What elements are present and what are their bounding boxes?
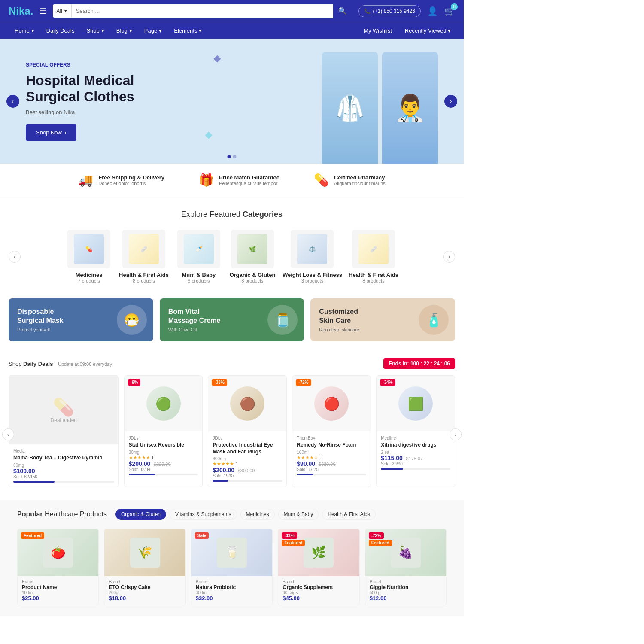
category-card-weight-loss[interactable]: ⚖️ Weight Loss & Fitness 3 products	[283, 230, 342, 283]
promo-text-1: DisposableSurgical Mask Protect yourself	[9, 301, 72, 339]
categories-row: ‹ 💊 Medicines 7 products 🩹 Health & Firs…	[9, 230, 455, 283]
hero-dots	[228, 155, 237, 158]
categories-section: Explore Featured Categories ‹ 💊 Medicine…	[0, 197, 464, 296]
daily-deals-header: Shop Daily Deals Update at 09:00 everyda…	[0, 352, 464, 373]
nav-item-blog[interactable]: Blog ▾	[110, 22, 138, 39]
hero-person-icon: 🥼	[322, 52, 378, 164]
tab-vitamins[interactable]: Vitamins & Supplements	[170, 509, 237, 520]
deals-prev-button[interactable]: ‹	[2, 428, 14, 440]
nav-left: Home ▾ Daily Deals Shop ▾ Blog ▾ Page ▾ …	[9, 22, 208, 39]
nav-item-daily-deals[interactable]: Daily Deals	[40, 22, 81, 39]
promo-text-3: CustomizedSkin Care Ren clean skincare	[310, 301, 368, 339]
account-icon[interactable]: 👤	[427, 6, 438, 16]
nav-item-page[interactable]: Page ▾	[138, 22, 168, 39]
hero-next-button[interactable]: ›	[444, 95, 457, 108]
promo-banner-skin-care[interactable]: CustomizedSkin Care Ren clean skincare 🧴	[310, 298, 455, 341]
deals-products-row: ‹ 💊 Deal ended Mecia Mama Body Tea – Dig…	[0, 373, 464, 496]
promo-banner-surgical-mask[interactable]: DisposableSurgical Mask Protect yourself…	[9, 298, 153, 341]
deal-img-4: -34% 🟩	[377, 376, 455, 431]
promo-banner-massage[interactable]: Bom VitalMassage Creme With Olive Oil 🫙	[160, 298, 304, 341]
phone-icon: 📞	[364, 8, 371, 14]
search-input[interactable]	[72, 4, 333, 18]
promo-img-1: 😷	[115, 301, 149, 339]
popular-section: Popular Healthcare Products Organic & Gl…	[0, 500, 464, 616]
product-card-1[interactable]: 🌾 Brand ETO Crispy Cake 200g $18.00	[104, 529, 185, 605]
hero-figure-1: 🥼	[322, 52, 378, 164]
deal-card-2[interactable]: -33% 🟤 JDLs Protective Industrial Eye Ma…	[208, 375, 287, 487]
hero-dot-2[interactable]	[233, 155, 237, 158]
product-img-4: -72% Featured 🍇	[365, 529, 446, 576]
nav-item-shop[interactable]: Shop ▾	[80, 22, 110, 39]
logo: Nika.	[9, 5, 33, 17]
hero-title: Hospital Medical Surgical Clothes	[26, 72, 134, 105]
category-img-mum-baby: 🍼	[177, 230, 220, 268]
nav-wishlist[interactable]: My Wishlist	[359, 22, 396, 39]
product-card-3[interactable]: -33% Featured 🌿 Brand Organic Supplement…	[278, 529, 359, 605]
deal-progress-4	[381, 468, 450, 470]
chevron-down-icon: ▾	[31, 27, 34, 34]
chevron-down-icon: ▾	[159, 27, 162, 34]
tab-health-aids[interactable]: Health & First Aids	[322, 509, 376, 520]
chevron-down-icon: ▾	[129, 27, 132, 34]
promo-text-2: Bom VitalMassage Creme With Olive Oil	[160, 301, 229, 339]
product-img-1: 🌾	[104, 529, 185, 576]
hero-dot-1[interactable]	[228, 155, 231, 158]
top-header: Nika. ☰ All ▼ 🔍 📞 (+1) 850 315 9426 👤 🛒 …	[0, 0, 464, 22]
hero-content: SPECIAL OFFERS Hospital Medical Surgical…	[0, 45, 160, 158]
promo-banners: DisposableSurgical Mask Protect yourself…	[0, 296, 464, 352]
deal-card-4[interactable]: -34% 🟩 Medline Xitrina digestive drugs 2…	[376, 375, 455, 487]
diamond-decor	[214, 55, 221, 63]
deal-card-1[interactable]: -9% 🟢 JDLs Stat Unisex Reversible 30mg ★…	[124, 375, 203, 487]
categories-next-button[interactable]: ›	[443, 251, 455, 263]
categories-prev-button[interactable]: ‹	[9, 251, 21, 263]
nav-recently-viewed[interactable]: Recently Viewed ▾	[401, 22, 455, 39]
category-card-organic[interactable]: 🌿 Organic & Gluten 8 products	[229, 230, 276, 283]
feature-shipping-text: Free Shipping & Delivery Donec et dolor …	[98, 174, 164, 186]
popular-title: Popular Healthcare Products	[17, 510, 107, 518]
nav-item-elements[interactable]: Elements ▾	[168, 22, 208, 39]
deal-progress-1	[129, 474, 198, 475]
cart-icon[interactable]: 🛒 0	[444, 6, 455, 16]
header-actions: 📞 (+1) 850 315 9426 👤 🛒 0	[358, 5, 455, 17]
categories-grid: 💊 Medicines 7 products 🩹 Health & First …	[21, 230, 443, 283]
hero-tag: SPECIAL OFFERS	[26, 62, 134, 68]
popular-tabs: Organic & Gluten Vitamins & Supplements …	[115, 509, 376, 520]
category-card-medicines[interactable]: 💊 Medicines 7 products	[65, 230, 112, 283]
product-card-2[interactable]: Sale 🥛 Brand Natura Probiotic 300ml $32.…	[191, 529, 273, 605]
category-card-mum-baby[interactable]: 🍼 Mum & Baby 6 products	[175, 230, 222, 283]
product-card-0[interactable]: Featured 🍅 Brand Product Name 100ml $25.…	[17, 529, 99, 605]
popular-products-row: Featured 🍅 Brand Product Name 100ml $25.…	[9, 526, 455, 614]
hero-figure-2: 👨‍⚕️	[382, 52, 438, 164]
hero-cta-button[interactable]: Shop Now ›	[26, 124, 76, 141]
category-card-health-aids-2[interactable]: 🩹 Health & First Aids 8 products	[349, 230, 398, 283]
tab-mum-baby[interactable]: Mum & Baby	[278, 509, 319, 520]
tab-medicines[interactable]: Medicines	[240, 509, 275, 520]
nav-item-home[interactable]: Home ▾	[9, 22, 40, 39]
search-button[interactable]: 🔍	[333, 4, 352, 18]
deals-next-button[interactable]: ›	[450, 428, 462, 440]
chevron-down-icon: ▾	[448, 27, 451, 34]
nav-right: My Wishlist Recently Viewed ▾	[359, 22, 455, 39]
category-img-health-aids-2: 🩹	[352, 230, 395, 268]
deal-progress-2	[213, 480, 282, 482]
hero-subtitle: Best selling on Nika	[26, 109, 134, 115]
deals-countdown: Ends in: 100 : 22 : 24 : 06	[383, 358, 455, 369]
deal-progress-0	[13, 481, 114, 483]
category-img-weight-loss: ⚖️	[291, 230, 334, 268]
tab-organic-gluten[interactable]: Organic & Gluten	[115, 509, 166, 520]
category-img-organic: 🌿	[231, 230, 274, 268]
phone-button[interactable]: 📞 (+1) 850 315 9426	[358, 5, 421, 17]
feature-pharmacy: 💊 Certified Pharmacy Aliquam tincidunt m…	[314, 173, 386, 187]
category-card-health-first[interactable]: 🩹 Health & First Aids 8 products	[119, 230, 169, 283]
deal-img-1: -9% 🟢	[125, 376, 203, 431]
deal-card-3[interactable]: -72% 🔴 ThemBay Remedy No-Rinse Foam 100m…	[292, 375, 371, 487]
product-card-4[interactable]: -72% Featured 🍇 Brand Giggle Nutrition 5…	[365, 529, 447, 605]
deal-card-ended: 💊 Deal ended Mecia Mama Body Tea – Diges…	[9, 375, 119, 487]
deal-img-2: -33% 🟤	[208, 376, 286, 431]
hamburger-icon[interactable]: ☰	[39, 6, 46, 16]
search-category-dropdown[interactable]: All ▼	[53, 4, 71, 18]
pharmacy-icon: 💊	[314, 173, 329, 187]
hero-prev-button[interactable]: ‹	[6, 95, 19, 108]
deals-title: Shop Daily Deals Update at 09:00 everyda…	[9, 361, 112, 367]
chevron-down-icon: ▾	[101, 27, 104, 34]
